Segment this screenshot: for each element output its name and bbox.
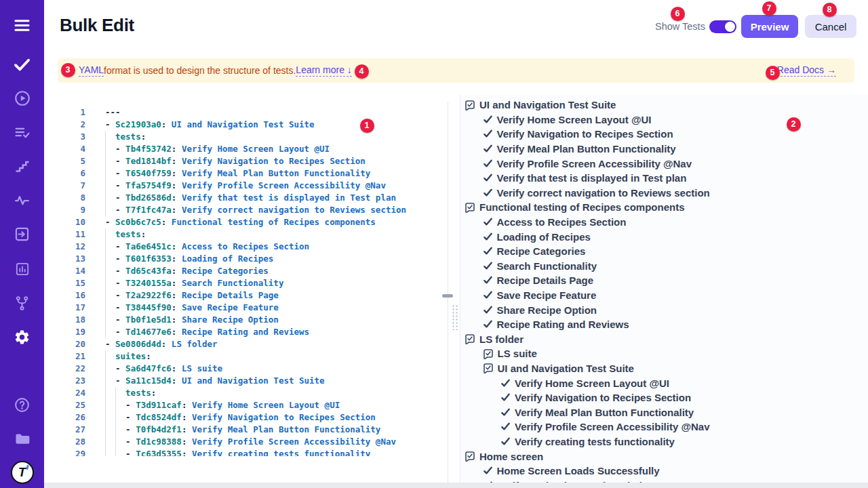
- code-line: 15- T3240155a: Search Functionality: [60, 277, 443, 289]
- tree-test-row: Recipe Rating and Reviews: [460, 317, 868, 332]
- line-number: 4: [60, 143, 85, 155]
- sidebar-item-gear-icon[interactable]: [0, 323, 44, 350]
- yaml-dash: -: [125, 400, 136, 410]
- tree-test-row: Search Functionality: [460, 259, 868, 274]
- tree-row-label: UI and Navigation Test Suite: [498, 363, 634, 374]
- test-check-icon: [500, 422, 511, 432]
- code-line: 21suites:: [60, 350, 443, 363]
- sidebar-item-menu-icon[interactable]: [0, 12, 44, 39]
- sidebar: T: [0, 0, 44, 488]
- list-check-icon: [14, 124, 31, 141]
- horizontal-scrollbar[interactable]: [44, 483, 868, 488]
- line-number: 21: [60, 350, 85, 363]
- yaml-dash: -: [125, 424, 136, 434]
- tree-suite-row: LS suite: [460, 346, 868, 361]
- line-number: 25: [60, 399, 85, 411]
- yaml-key: T3240155a: [125, 278, 172, 288]
- tree-row-label: Home screen: [479, 451, 543, 462]
- tree-row-label: Verify correct navigation to Reviews sec…: [497, 187, 710, 199]
- sidebar-item-list-check-icon[interactable]: [0, 119, 44, 146]
- yaml-value: Verify Profile Screen Accessibility @Nav: [176, 180, 386, 190]
- sidebar-item-logo-avatar[interactable]: T: [0, 459, 44, 486]
- line-number: 23: [60, 375, 85, 387]
- indent-guide: [105, 424, 115, 436]
- yaml-dash: -: [115, 314, 125, 325]
- annotation-badge-4: 4: [355, 64, 369, 79]
- show-tests-toggle[interactable]: [709, 20, 736, 33]
- sidebar-item-play-circle-icon[interactable]: [0, 85, 44, 112]
- test-check-icon: [483, 466, 493, 476]
- indent-guide: [115, 436, 125, 448]
- sidebar-item-folder-icon[interactable]: [0, 425, 44, 452]
- indent-guide: [105, 204, 115, 216]
- sidebar-item-chart-box-icon[interactable]: [0, 256, 44, 283]
- suite-checkbox-icon: [465, 100, 475, 110]
- indent-guide: [105, 265, 115, 277]
- tree-row-label: Recipe Details Page: [497, 274, 594, 286]
- indent-guide: [105, 192, 115, 204]
- code-line: 1---: [60, 106, 443, 119]
- test-check-icon: [483, 129, 493, 139]
- yaml-colon: :: [146, 351, 151, 361]
- yaml-value: Verify Navigation to Recipes Section: [186, 412, 375, 422]
- tree-row-label: Verify Profile Screen Accessibility @Nav: [497, 158, 692, 169]
- logo-avatar: T: [11, 461, 34, 484]
- indent-guide: [105, 375, 115, 387]
- test-check-icon: [483, 115, 493, 125]
- sidebar-item-check-icon[interactable]: [0, 51, 44, 78]
- line-number: 5: [60, 155, 85, 167]
- code-line: 12- Ta6e6451c: Access to Recipes Section: [60, 241, 443, 253]
- tree-row-label: Search Functionality: [497, 260, 597, 272]
- yaml-dash: -: [115, 302, 125, 312]
- sidebar-item-branch-icon[interactable]: [0, 289, 44, 317]
- sidebar-item-enter-box-icon[interactable]: [0, 220, 44, 247]
- tree-suite-row: UI and Navigation Test Suite: [460, 361, 868, 376]
- yaml-dash: -: [105, 217, 115, 227]
- editor-scrollbar-thumb[interactable]: [442, 294, 453, 298]
- line-number: 19: [60, 326, 85, 338]
- read-docs-link[interactable]: Read Docs →: [777, 64, 836, 77]
- yaml-key: T7f1fc47a: [125, 205, 172, 215]
- sidebar-item-activity-icon[interactable]: [0, 186, 44, 214]
- sidebar-item-help-circle-icon[interactable]: [0, 391, 44, 418]
- yaml-key: T2a2922f6: [125, 290, 172, 300]
- yaml-value: Access to Recipes Section: [176, 241, 309, 251]
- suite-checkbox-icon: [465, 451, 475, 462]
- tree-row-label: Save Recipe Feature: [497, 289, 597, 301]
- test-preview-tree: UI and Navigation Test SuiteVerify Home …: [460, 95, 868, 483]
- activity-icon: [14, 192, 31, 209]
- yaml-dash: -: [115, 278, 125, 288]
- chart-box-icon: [14, 261, 31, 277]
- suite-checkbox-icon: [465, 202, 475, 213]
- cancel-button[interactable]: Cancel: [805, 15, 856, 38]
- line-number: 17: [60, 302, 85, 314]
- sidebar-item-steps-icon[interactable]: [0, 152, 44, 180]
- yaml-key: Tc63d5355: [136, 449, 182, 456]
- yaml-value: Verify Meal Plan Button Functionality: [186, 424, 380, 434]
- code-line: 29- Tc63d5355: Verify creating tests fun…: [60, 448, 443, 456]
- yaml-key: Td1c98388: [136, 436, 182, 447]
- tree-row-label: Verify Profile Screen Accessibility @Nav: [515, 421, 710, 432]
- line-number: 10: [60, 216, 85, 228]
- indent-guide: [105, 180, 115, 192]
- code-line: 24tests:: [60, 387, 443, 399]
- yaml-value: LS folder: [166, 339, 217, 349]
- tree-row-label: Verify Home Screen Layout @UI: [497, 114, 652, 125]
- yaml-dash: -: [105, 119, 115, 129]
- code-line: 14- Td65c43fa: Recipe Categories: [60, 265, 443, 277]
- yaml-key: Ta6e6451c: [125, 241, 172, 251]
- preview-button[interactable]: Preview: [741, 15, 798, 38]
- yaml-key: suites: [115, 351, 146, 361]
- yaml-link[interactable]: YAML: [79, 64, 104, 77]
- yaml-dash: -: [115, 156, 125, 166]
- tree-suite-row: Functional testing of Recipes components: [460, 200, 868, 215]
- code-line: 20- Se0806d4d: LS folder: [60, 338, 443, 350]
- line-number: 28: [60, 436, 85, 448]
- learn-more-link[interactable]: Learn more ↓: [296, 64, 351, 77]
- tree-test-row: Save Recipe Feature: [460, 288, 868, 303]
- yaml-editor[interactable]: 1---2- Sc21903a0: UI and Navigation Test…: [60, 102, 443, 456]
- panel-resize-handle[interactable]: [452, 304, 458, 330]
- code-line: 23- Sa11c15d4: UI and Navigation Test Su…: [60, 375, 443, 387]
- steps-icon: [14, 158, 31, 174]
- toggle-knob: [725, 22, 735, 32]
